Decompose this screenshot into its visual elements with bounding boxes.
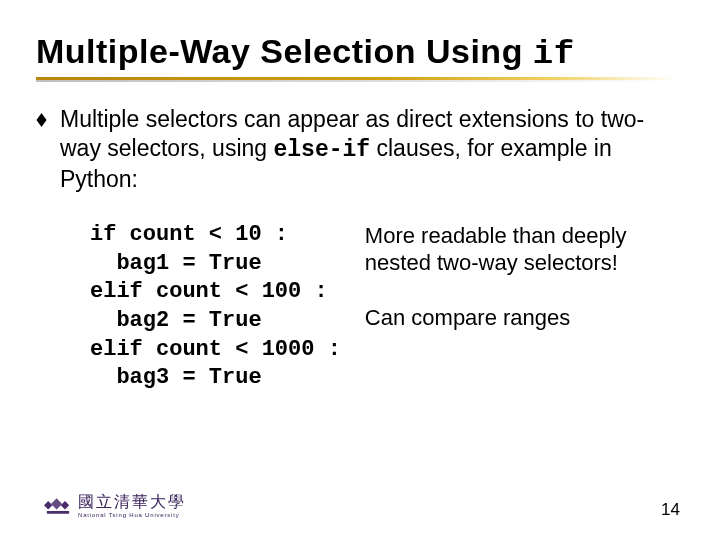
bullet-text: Multiple selectors can appear as direct … (60, 105, 684, 193)
university-name-cn: 國立清華大學 (78, 494, 186, 510)
svg-marker-0 (37, 113, 47, 127)
title-keyword: if (533, 35, 575, 73)
bullet-keyword: else-if (273, 137, 370, 163)
slide: Multiple-Way Selection Using if Multiple… (0, 0, 720, 540)
title-underline (36, 77, 676, 83)
bullet-item: Multiple selectors can appear as direct … (36, 105, 684, 193)
university-name-en: National Tsing Hua University (78, 512, 186, 518)
title-text: Multiple-Way Selection Using (36, 32, 533, 70)
note-2: Can compare ranges (365, 305, 684, 332)
code-block: if count < 10 : bag1 = True elif count <… (90, 221, 341, 393)
slide-body: Multiple selectors can appear as direct … (36, 105, 684, 393)
university-name: 國立清華大學 National Tsing Hua University (78, 494, 186, 518)
svg-rect-1 (47, 511, 69, 514)
slide-title: Multiple-Way Selection Using if (36, 32, 684, 73)
bullet-icon (36, 113, 50, 129)
page-number: 14 (661, 500, 680, 520)
content-columns: if count < 10 : bag1 = True elif count <… (36, 221, 684, 393)
note-1: More readable than deeply nested two-way… (365, 223, 684, 277)
footer-logo: 國立清華大學 National Tsing Hua University (44, 494, 186, 518)
university-crest-icon (44, 495, 72, 517)
notes: More readable than deeply nested two-way… (365, 223, 684, 393)
